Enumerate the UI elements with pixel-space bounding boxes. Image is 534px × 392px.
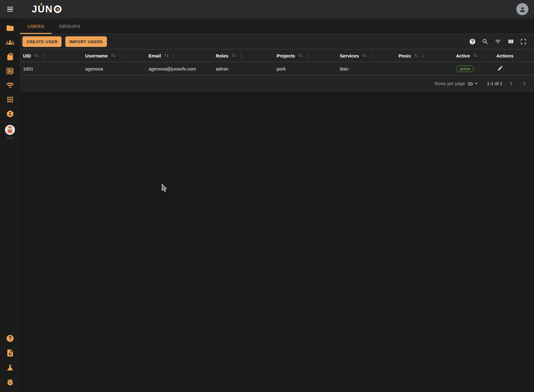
column-label: Projects <box>277 53 295 58</box>
argo-label: argo <box>7 136 13 139</box>
column-label: Email <box>149 53 161 58</box>
create-user-button[interactable]: CREATE USER <box>22 36 62 47</box>
account-avatar-icon[interactable] <box>516 3 528 15</box>
column-header-posix: Posix ↑↓ ⋮ <box>395 49 453 62</box>
sidebar-item-help[interactable] <box>0 331 20 346</box>
column-menu-icon[interactable]: ⋮ <box>421 53 426 58</box>
sort-icon[interactable]: ↑↓ <box>414 53 418 58</box>
sidebar-item-argo[interactable]: argo <box>0 123 20 139</box>
fullscreen-icon[interactable] <box>520 38 527 45</box>
search-icon[interactable] <box>481 38 489 45</box>
developer-board-icon <box>6 67 14 75</box>
sidebar-item-package[interactable] <box>0 107 20 121</box>
column-label: Username <box>85 53 108 58</box>
groups-icon <box>6 38 14 47</box>
help-icon[interactable] <box>469 38 476 45</box>
users-table-card: CREATE USER IMPORT USERS <box>20 34 534 92</box>
cell-active: active <box>453 62 493 75</box>
argo-octopus-icon <box>4 124 16 135</box>
status-badge: active <box>456 66 474 72</box>
previous-page-icon[interactable] <box>507 80 515 88</box>
column-label: Active <box>456 53 470 58</box>
columns-icon[interactable] <box>507 38 514 45</box>
sort-icon[interactable]: ↑↓ <box>34 53 38 58</box>
sidebar-item-storage[interactable] <box>0 49 20 64</box>
sidebar-item-docs[interactable] <box>0 346 20 360</box>
sidebar-bottom <box>0 331 20 392</box>
column-menu-icon[interactable]: ⋮ <box>118 53 122 58</box>
sidebar-item-network[interactable] <box>0 78 20 92</box>
filter-icon[interactable] <box>494 38 502 45</box>
column-label: Posix <box>398 53 411 58</box>
app-logo: JUN <box>32 3 62 16</box>
sidebar-item-board[interactable] <box>0 64 20 78</box>
cell-actions <box>493 62 534 75</box>
sort-icon[interactable]: ↑↓ <box>164 53 168 58</box>
app-bar: JUN <box>0 0 534 18</box>
sidebar-divider <box>0 122 20 122</box>
package-box-icon <box>6 110 14 118</box>
sidebar-item-folder[interactable] <box>0 21 20 35</box>
column-menu-icon[interactable]: ⋮ <box>239 53 243 58</box>
column-label: Actions <box>496 53 513 58</box>
logo-letter: N <box>45 4 53 15</box>
sidebar-item-bug[interactable] <box>0 375 20 390</box>
column-header-username: Username ↑↓ ⋮ <box>82 49 145 62</box>
sort-icon[interactable]: ↑↓ <box>111 53 115 58</box>
column-menu-icon[interactable]: ⋮ <box>305 53 310 58</box>
cell-projects: pork <box>274 62 337 75</box>
table-header-row: UID ↑↓ ⋮ Username ↑↓ ⋮ Email ↑↓ ⋮ Roles … <box>20 49 534 62</box>
dropdown-arrow-icon <box>473 81 479 86</box>
logo-o-ring <box>54 5 62 13</box>
cell-services: titan <box>337 62 395 75</box>
apps-grid-icon <box>6 95 14 104</box>
rows-per-page-value: 20 <box>467 81 473 86</box>
sidebar-item-groups[interactable] <box>0 35 20 49</box>
column-label: UID <box>23 53 31 58</box>
column-header-projects: Projects ↑↓ ⋮ <box>274 49 337 62</box>
import-users-button[interactable]: IMPORT USERS <box>65 36 107 47</box>
cell-uid: 1001 <box>20 62 82 75</box>
cell-username: agenova <box>82 62 145 75</box>
rows-per-page-select[interactable]: 20 <box>467 81 479 86</box>
main-content: USERS GROUPS CREATE USER IMPORT USERS <box>20 18 534 392</box>
column-menu-icon[interactable]: ⋮ <box>369 53 374 58</box>
edit-user-button[interactable] <box>496 65 504 72</box>
pencil-icon <box>497 65 503 71</box>
tab-users[interactable]: USERS <box>20 18 52 34</box>
sort-icon[interactable]: ↑↓ <box>231 53 236 58</box>
sidebar-item-lab[interactable] <box>0 360 20 375</box>
column-header-email: Email ↑↓ ⋮ <box>145 49 213 62</box>
column-header-uid: UID ↑↓ ⋮ <box>20 49 82 62</box>
help-icon <box>6 334 14 343</box>
logo-letter: J <box>32 4 38 15</box>
column-header-services: Services ↑↓ ⋮ <box>337 49 395 62</box>
column-label: Roles <box>216 53 228 58</box>
column-menu-icon[interactable]: ⋮ <box>171 53 176 58</box>
cell-posix <box>395 62 453 75</box>
pagination-bar: Rows per page 20 1-1 of 1 <box>20 75 534 92</box>
table-actions-row: CREATE USER IMPORT USERS <box>20 34 534 49</box>
menu-icon[interactable] <box>4 3 16 16</box>
logo-letter: U <box>38 4 45 15</box>
folder-icon <box>6 24 14 32</box>
tab-groups[interactable]: GROUPS <box>52 18 88 34</box>
next-page-icon[interactable] <box>520 80 528 88</box>
column-menu-icon[interactable]: ⋮ <box>41 53 46 58</box>
sort-icon[interactable]: ↑↓ <box>298 53 302 58</box>
column-header-actions: Actions <box>493 49 534 62</box>
sidebar: argo <box>0 18 20 392</box>
column-label: Services <box>340 53 359 58</box>
column-menu-icon[interactable]: ⋮ <box>480 53 485 58</box>
wifi-icon <box>6 81 14 89</box>
column-header-roles: Roles ↑↓ ⋮ <box>213 49 274 62</box>
sd-card-icon <box>6 52 14 61</box>
pagination-range: 1-1 of 1 <box>487 81 502 86</box>
rows-per-page-label: Rows per page <box>435 81 465 86</box>
table-tools <box>469 38 534 45</box>
logo-o-dot <box>57 8 59 10</box>
flask-icon <box>6 363 14 372</box>
sidebar-item-apps[interactable] <box>0 92 20 107</box>
sort-icon[interactable]: ↑↓ <box>362 53 366 58</box>
sort-icon[interactable]: ↑↓ <box>473 53 477 58</box>
